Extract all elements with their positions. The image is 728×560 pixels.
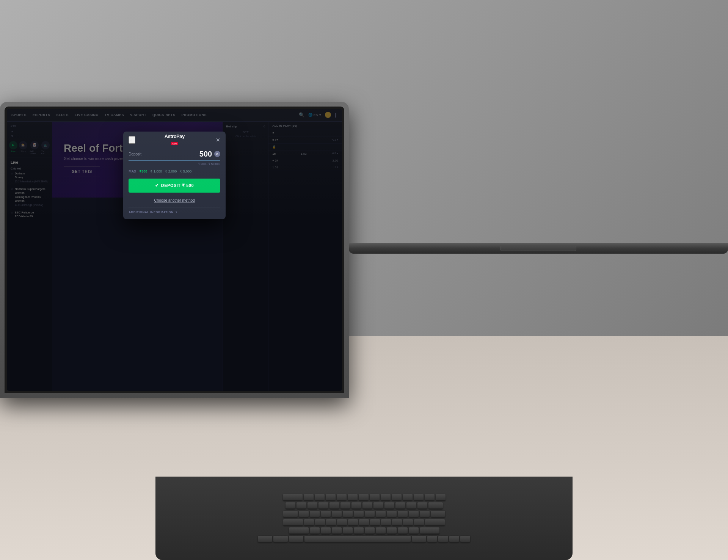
key-u[interactable] <box>365 511 375 518</box>
key-esc[interactable] <box>283 494 303 501</box>
key-space[interactable] <box>304 536 411 543</box>
key-h[interactable] <box>359 519 369 526</box>
key-5[interactable] <box>340 502 350 509</box>
key-0[interactable] <box>395 502 405 509</box>
key-s[interactable] <box>315 519 325 526</box>
deposit-amount: 500 <box>199 150 212 158</box>
keyboard-row-3 <box>283 511 445 518</box>
key-alt-r[interactable] <box>412 536 426 543</box>
choose-method-link[interactable]: Choose another method <box>154 198 195 202</box>
key-i[interactable] <box>376 511 386 518</box>
key-y[interactable] <box>354 511 364 518</box>
key-j[interactable] <box>370 519 380 526</box>
key-k[interactable] <box>381 519 391 526</box>
key-z[interactable] <box>310 527 320 534</box>
key-n[interactable] <box>365 527 375 534</box>
quick-amount-1000[interactable]: ₹ 1,000 <box>150 169 162 173</box>
additional-info-label: ADDITIONAL INFORMATION <box>129 210 173 214</box>
key-f6[interactable] <box>359 494 369 501</box>
key-equal[interactable] <box>417 502 427 509</box>
key-arrow-l[interactable] <box>427 536 437 543</box>
quick-amount-2000[interactable]: ₹ 2,000 <box>165 169 177 173</box>
key-quote[interactable] <box>414 519 424 526</box>
modal-back-button[interactable]: ← <box>129 136 135 144</box>
key-f2[interactable] <box>315 494 325 501</box>
key-b[interactable] <box>354 527 364 534</box>
key-slash[interactable] <box>409 527 419 534</box>
key-period[interactable] <box>398 527 408 534</box>
key-w[interactable] <box>310 511 320 518</box>
key-q[interactable] <box>299 511 309 518</box>
key-l[interactable] <box>392 519 402 526</box>
key-o[interactable] <box>387 511 397 518</box>
trackpad[interactable] <box>500 246 576 251</box>
deposit-clear-button[interactable]: ✕ <box>214 151 220 157</box>
quick-amount-5000[interactable]: ₹ 5,000 <box>180 169 191 173</box>
key-arrow-r[interactable] <box>460 536 470 543</box>
key-f10[interactable] <box>403 494 413 501</box>
key-tab[interactable] <box>283 511 298 518</box>
key-d[interactable] <box>326 519 336 526</box>
key-f9[interactable] <box>392 494 402 501</box>
key-f4[interactable] <box>337 494 347 501</box>
keyboard-row-5 <box>289 527 439 534</box>
quick-amounts: MAX ₹500 ₹ 1,000 ₹ 2,000 ₹ 5,000 <box>129 169 220 173</box>
key-p[interactable] <box>398 511 408 518</box>
key-return[interactable] <box>425 519 445 526</box>
key-f[interactable] <box>337 519 347 526</box>
key-f7[interactable] <box>370 494 380 501</box>
key-1[interactable] <box>297 502 306 509</box>
key-minus[interactable] <box>406 502 416 509</box>
key-bracket-l[interactable] <box>409 511 419 518</box>
key-caps[interactable] <box>283 519 303 526</box>
key-7[interactable] <box>362 502 372 509</box>
key-backspace[interactable] <box>428 502 443 509</box>
key-8[interactable] <box>373 502 383 509</box>
brand-name: AstroPay <box>165 133 185 139</box>
key-3[interactable] <box>318 502 328 509</box>
checkmark-icon: ✔ <box>155 183 159 188</box>
key-backslash[interactable] <box>431 511 445 518</box>
key-t[interactable] <box>343 511 353 518</box>
key-v[interactable] <box>343 527 353 534</box>
key-alt-l[interactable] <box>289 536 303 543</box>
keyboard-row-6 <box>258 536 470 543</box>
key-f3[interactable] <box>326 494 336 501</box>
key-2[interactable] <box>308 502 317 509</box>
key-x[interactable] <box>321 527 331 534</box>
max-label: MAX <box>129 169 136 173</box>
additional-info[interactable]: ADDITIONAL INFORMATION ▾ <box>129 207 220 214</box>
key-arrow-d[interactable] <box>449 536 459 543</box>
key-f5[interactable] <box>348 494 358 501</box>
key-shift-r[interactable] <box>420 527 439 534</box>
key-f8[interactable] <box>381 494 391 501</box>
modal-overlay[interactable]: ← AstroPay Card ✕ Deposit <box>7 109 342 391</box>
key-comma[interactable] <box>387 527 397 534</box>
key-4[interactable] <box>329 502 339 509</box>
key-c[interactable] <box>332 527 342 534</box>
key-a[interactable] <box>304 519 314 526</box>
screen-bezel: SPORTS ESPORTS SLOTS LIVE CASINO TV GAME… <box>5 107 344 393</box>
key-6[interactable] <box>351 502 361 509</box>
key-ctrl[interactable] <box>273 536 288 543</box>
key-f12[interactable] <box>425 494 435 501</box>
key-m[interactable] <box>376 527 386 534</box>
key-9[interactable] <box>384 502 394 509</box>
key-semicolon[interactable] <box>403 519 413 526</box>
key-bracket-r[interactable] <box>420 511 430 518</box>
key-e[interactable] <box>321 511 331 518</box>
key-arrow-u[interactable] <box>438 536 448 543</box>
quick-amount-500[interactable]: ₹500 <box>139 169 147 173</box>
key-g[interactable] <box>348 519 358 526</box>
key-tilde[interactable] <box>286 502 295 509</box>
key-fn[interactable] <box>258 536 272 543</box>
key-delete[interactable] <box>436 494 446 501</box>
key-f1[interactable] <box>304 494 314 501</box>
deposit-submit-button[interactable]: ✔ DEPOSIT ₹ 500 <box>129 179 220 193</box>
chevron-down-icon: ▾ <box>176 210 177 214</box>
modal-close-button[interactable]: ✕ <box>216 137 220 143</box>
key-shift-l[interactable] <box>289 527 309 534</box>
key-f11[interactable] <box>414 494 424 501</box>
key-r[interactable] <box>332 511 342 518</box>
keyboard-row-1 <box>283 494 446 501</box>
